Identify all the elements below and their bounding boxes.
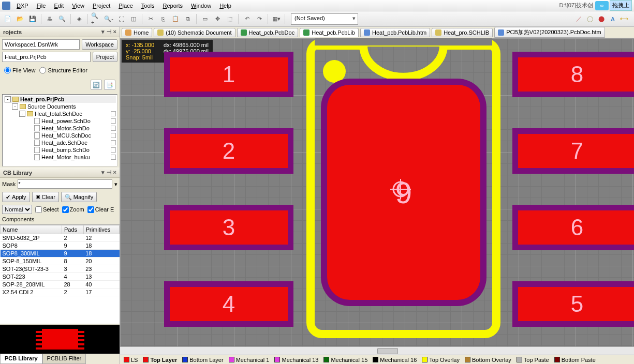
zoom-in-icon[interactable]: 🔍+	[91, 13, 102, 25]
preview-icon[interactable]: 🔍	[56, 13, 68, 25]
layer-tab[interactable]: Top Layer	[141, 357, 179, 363]
table-row[interactable]: SOT-223413	[1, 273, 120, 281]
text-icon[interactable]: A	[608, 14, 617, 24]
project-tree[interactable]: -Heat_pro.PrjPcb-Source Documents-Heat_t…	[2, 94, 117, 166]
menu-file[interactable]: File	[33, 2, 50, 10]
tree-node[interactable]: Heat_bump.SchDo	[4, 146, 116, 154]
route-icon[interactable]: ／	[574, 14, 583, 24]
doc-tab[interactable]: Heat_pro.SCHLIB	[432, 28, 493, 37]
deselect-icon[interactable]: ⬚	[224, 13, 235, 25]
tab-pcb-library[interactable]: PCB Library	[0, 354, 42, 364]
move-icon[interactable]: ✥	[212, 13, 223, 25]
zoom-out-icon[interactable]: 🔍-	[103, 13, 114, 25]
table-row[interactable]: X2.54 CDI 2217	[1, 289, 120, 296]
via-icon[interactable]: ◯	[585, 14, 595, 24]
tree-node[interactable]: Heat_Motor.SchDo	[4, 125, 116, 132]
select-checkbox[interactable]: Select	[35, 206, 59, 213]
pad-5[interactable]: 5	[512, 281, 634, 327]
tree-node[interactable]: Heat_Motor_huaku	[4, 154, 116, 161]
layer-tab[interactable]: Bottom Layer	[180, 357, 225, 363]
structure-editor-radio[interactable]: Structure Editor	[39, 65, 87, 75]
menu-help[interactable]: Help	[215, 2, 235, 10]
table-row[interactable]: SOP-8_150MIL820	[1, 257, 120, 265]
pin-icon[interactable]: ▾ ⊣ ×	[101, 28, 116, 35]
doc-tab[interactable]: Home	[122, 28, 152, 37]
layer-tab[interactable]: Mechanical 13	[272, 357, 320, 363]
layer-tab[interactable]: Top Paste	[514, 357, 551, 363]
layer-tab[interactable]: Mechanical 1	[227, 357, 272, 363]
doc-options-icon[interactable]: 📑	[104, 80, 115, 90]
zoom-sel-icon[interactable]: ◫	[128, 13, 139, 25]
save-icon[interactable]: 💾	[27, 13, 38, 25]
tree-node[interactable]: -Source Documents	[4, 103, 116, 110]
redo-icon[interactable]: ↷	[254, 13, 265, 25]
open-icon[interactable]: 📂	[14, 13, 26, 25]
pcb-canvas[interactable]: x: -135.000dx: 49865.000 mil y: -25.000d…	[120, 38, 634, 346]
pad-2[interactable]: 2	[164, 128, 293, 174]
doc-tab[interactable]: Heat_pcb.PcbLib	[300, 28, 359, 37]
cut-icon[interactable]: ✂	[145, 13, 156, 25]
saved-state-dropdown[interactable]: (Not Saved)	[291, 13, 358, 25]
doc-tab[interactable]: Heat_pcb.PcbLib.htm	[360, 28, 430, 37]
doc-tab[interactable]: (10) Schematic Document	[154, 28, 235, 37]
pad-4[interactable]: 4	[164, 281, 293, 327]
layer-tab[interactable]: Bottom Overlay	[463, 357, 513, 363]
lib-pin-icon[interactable]: ▾ ⊣ ×	[101, 169, 116, 176]
workspace-button[interactable]: Workspace	[82, 39, 117, 50]
layers-icon[interactable]: ◈	[73, 13, 85, 25]
menu-tools[interactable]: Tools	[137, 2, 159, 10]
horizontal-scrollbar[interactable]	[120, 346, 634, 355]
table-row[interactable]: SOP8918	[1, 242, 120, 250]
menu-view[interactable]: View	[68, 2, 89, 10]
tree-node[interactable]: Heat_MCU.SchDoc	[4, 132, 116, 139]
project-button[interactable]: Project	[93, 52, 117, 62]
paste-icon[interactable]: 📋	[170, 13, 181, 25]
duplicate-icon[interactable]: ⧉	[182, 13, 194, 25]
select-icon[interactable]: ▭	[199, 13, 211, 25]
workspace-input[interactable]	[2, 39, 80, 50]
pad-3[interactable]: 3	[164, 205, 293, 250]
magnify-button[interactable]: 🔍 Magnify	[61, 192, 97, 202]
mask-input[interactable]	[18, 179, 112, 189]
menu-reports[interactable]: Reports	[158, 2, 187, 10]
refresh-icon[interactable]: 🔄	[91, 80, 102, 90]
menu-edit[interactable]: Edit	[50, 2, 68, 10]
mask-chevron-icon[interactable]: ▾	[114, 181, 117, 188]
menu-dxp[interactable]: DXP	[12, 2, 33, 10]
components-table[interactable]: NamePadsPrimitives SMD-5032_2P212SOP8918…	[0, 224, 120, 324]
clear-e-checkbox[interactable]: Clear E	[87, 206, 114, 213]
dimension-icon[interactable]: ⟷	[620, 14, 629, 24]
copy-icon[interactable]: ⎘	[157, 13, 169, 25]
menu-place[interactable]: Place	[114, 2, 137, 10]
project-input[interactable]	[2, 52, 91, 62]
grid-icon[interactable]: ▦▾	[271, 13, 282, 25]
tree-node[interactable]: -Heat_pro.PrjPcb	[4, 96, 116, 103]
layer-tab[interactable]: Mechanical 16	[371, 357, 419, 363]
table-row[interactable]: SMD-5032_2P212	[1, 234, 120, 242]
print-icon[interactable]: 🖶	[44, 13, 55, 25]
layer-tab[interactable]: Mechanical 15	[321, 357, 370, 363]
table-row[interactable]: SOP8_300MIL918	[1, 250, 120, 257]
apply-button[interactable]: ✔ Apply	[2, 192, 30, 202]
pad-7[interactable]: 7	[512, 128, 634, 174]
undo-icon[interactable]: ↶	[241, 13, 253, 25]
cloud-sync-icon[interactable]: ∞	[595, 1, 609, 10]
normal-select[interactable]: Normal	[2, 205, 32, 214]
zoom-fit-icon[interactable]: ⛶	[115, 13, 127, 25]
doc-tab[interactable]: PCB加热V02(20200323).PcbDoc.htm	[494, 27, 604, 38]
table-row[interactable]: SOT-23(SOT-23-3323	[1, 265, 120, 273]
pad-8[interactable]: 8	[512, 52, 634, 97]
layer-tab[interactable]: LS	[122, 357, 140, 363]
menu-project[interactable]: Project	[89, 2, 114, 10]
layer-tab[interactable]: Top Overlay	[420, 357, 462, 363]
zoom-checkbox[interactable]: Zoom	[62, 206, 84, 213]
tree-node[interactable]: -Heat_total.SchDoc	[4, 110, 116, 117]
new-icon[interactable]: 📄	[2, 13, 13, 25]
pad-icon[interactable]: ⬤	[597, 14, 606, 24]
table-row[interactable]: SOP-28_208MIL2840	[1, 281, 120, 289]
doc-tab[interactable]: Heat_pcb.PcbDoc	[237, 28, 299, 37]
tab-pcblib-filter[interactable]: PCBLIB Filter	[42, 354, 86, 364]
menu-window[interactable]: Window	[187, 2, 215, 10]
file-view-radio[interactable]: File View	[4, 65, 35, 75]
clear-button[interactable]: ✖ Clear	[32, 192, 59, 202]
